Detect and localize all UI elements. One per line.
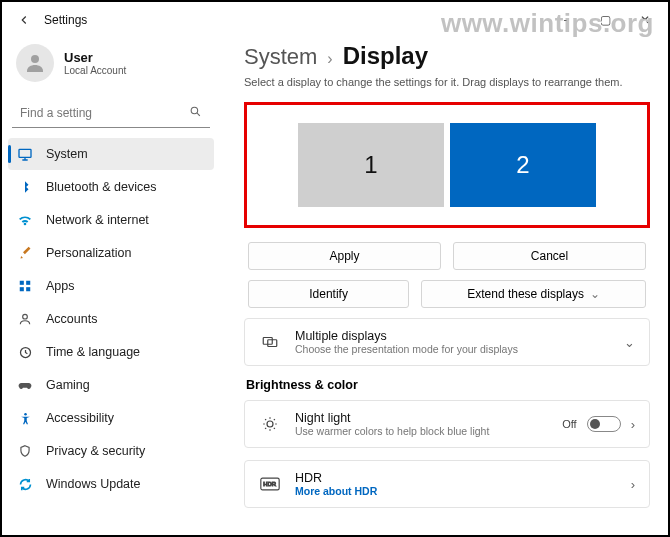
- sidebar-item-label: Windows Update: [46, 477, 141, 491]
- app-title: Settings: [44, 13, 87, 27]
- nav: System Bluetooth & devices Network & int…: [8, 138, 214, 500]
- sidebar-item-apps[interactable]: Apps: [8, 270, 214, 302]
- search-icon: [189, 105, 202, 121]
- sidebar-item-label: Apps: [46, 279, 75, 293]
- clock-icon: [16, 345, 34, 360]
- hdr-title: HDR: [295, 471, 377, 485]
- hdr-icon: HDR: [259, 477, 281, 491]
- svg-rect-2: [19, 149, 31, 157]
- sidebar-item-label: Accounts: [46, 312, 97, 326]
- night-light-card[interactable]: Night light Use warmer colors to help bl…: [244, 400, 650, 448]
- sidebar-item-label: Gaming: [46, 378, 90, 392]
- sidebar-item-personalization[interactable]: Personalization: [8, 237, 214, 269]
- avatar: [16, 44, 54, 82]
- sidebar-item-system[interactable]: System: [8, 138, 214, 170]
- brush-icon: [16, 246, 34, 261]
- svg-rect-3: [20, 281, 24, 285]
- page-title: Display: [343, 42, 428, 70]
- night-light-sub: Use warmer colors to help block blue lig…: [295, 425, 489, 437]
- sidebar-item-accessibility[interactable]: Accessibility: [8, 402, 214, 434]
- night-light-state: Off: [562, 418, 576, 430]
- svg-point-1: [191, 107, 198, 114]
- night-light-icon: [259, 415, 281, 433]
- accessibility-icon: [16, 411, 34, 426]
- close-button[interactable]: ✕: [630, 13, 660, 27]
- sidebar-item-label: Bluetooth & devices: [46, 180, 157, 194]
- search-wrap: [12, 98, 210, 128]
- night-light-title: Night light: [295, 411, 489, 425]
- wifi-icon: [16, 212, 34, 228]
- titlebar: Settings ─ ▢ ✕: [2, 2, 668, 38]
- display-2[interactable]: 2: [450, 123, 596, 207]
- maximize-button[interactable]: ▢: [590, 13, 620, 27]
- svg-point-9: [24, 412, 27, 415]
- hdr-link[interactable]: More about HDR: [295, 485, 377, 497]
- hdr-card[interactable]: HDR HDR More about HDR ›: [244, 460, 650, 508]
- display-arrangement: 1 2: [244, 102, 650, 228]
- main-content: System › Display Select a display to cha…: [222, 38, 668, 535]
- apps-icon: [16, 279, 34, 293]
- multi-sub: Choose the presentation mode for your di…: [295, 343, 518, 355]
- sidebar-item-label: Accessibility: [46, 411, 114, 425]
- cancel-button[interactable]: Cancel: [453, 242, 646, 270]
- multi-title: Multiple displays: [295, 329, 518, 343]
- sidebar-item-label: Privacy & security: [46, 444, 145, 458]
- instruction-text: Select a display to change the settings …: [244, 76, 650, 88]
- svg-point-12: [267, 421, 273, 427]
- search-input[interactable]: [12, 98, 210, 128]
- sidebar-item-time[interactable]: Time & language: [8, 336, 214, 368]
- apply-button[interactable]: Apply: [248, 242, 441, 270]
- sidebar-item-label: Time & language: [46, 345, 140, 359]
- multiple-displays-card[interactable]: Multiple displays Choose the presentatio…: [244, 318, 650, 366]
- breadcrumb-separator: ›: [327, 50, 332, 68]
- sidebar: User Local Account System Bluetooth & de…: [2, 38, 222, 535]
- bluetooth-icon: [16, 180, 34, 194]
- svg-point-7: [23, 314, 28, 319]
- brightness-section-header: Brightness & color: [246, 378, 650, 392]
- sidebar-item-label: System: [46, 147, 88, 161]
- svg-rect-5: [20, 287, 24, 291]
- user-info[interactable]: User Local Account: [8, 38, 214, 96]
- sidebar-item-update[interactable]: Windows Update: [8, 468, 214, 500]
- window-controls: ─ ▢ ✕: [550, 13, 660, 27]
- back-button[interactable]: [10, 6, 38, 34]
- night-light-toggle[interactable]: [587, 416, 621, 432]
- extend-label: Extend these displays: [467, 287, 584, 301]
- displays-icon: [259, 333, 281, 351]
- breadcrumb-parent[interactable]: System: [244, 44, 317, 70]
- svg-rect-6: [26, 287, 30, 291]
- user-name: User: [64, 50, 126, 65]
- display-1[interactable]: 1: [298, 123, 444, 207]
- user-sub: Local Account: [64, 65, 126, 76]
- accounts-icon: [16, 312, 34, 326]
- system-icon: [16, 146, 34, 162]
- chevron-right-icon: ›: [631, 477, 635, 492]
- identify-button[interactable]: Identify: [248, 280, 409, 308]
- minimize-button[interactable]: ─: [550, 13, 580, 27]
- svg-point-0: [31, 55, 39, 63]
- sidebar-item-label: Network & internet: [46, 213, 149, 227]
- sidebar-item-network[interactable]: Network & internet: [8, 204, 214, 236]
- svg-rect-4: [26, 281, 30, 285]
- shield-icon: [16, 444, 34, 458]
- sidebar-item-bluetooth[interactable]: Bluetooth & devices: [8, 171, 214, 203]
- breadcrumb: System › Display: [244, 42, 650, 70]
- sidebar-item-label: Personalization: [46, 246, 131, 260]
- sidebar-item-gaming[interactable]: Gaming: [8, 369, 214, 401]
- update-icon: [16, 477, 34, 492]
- chevron-down-icon: ⌄: [590, 287, 600, 301]
- chevron-down-icon: ⌄: [624, 335, 635, 350]
- extend-dropdown[interactable]: Extend these displays ⌄: [421, 280, 646, 308]
- sidebar-item-accounts[interactable]: Accounts: [8, 303, 214, 335]
- svg-text:HDR: HDR: [263, 482, 276, 488]
- gaming-icon: [16, 377, 34, 393]
- chevron-right-icon: ›: [631, 417, 635, 432]
- sidebar-item-privacy[interactable]: Privacy & security: [8, 435, 214, 467]
